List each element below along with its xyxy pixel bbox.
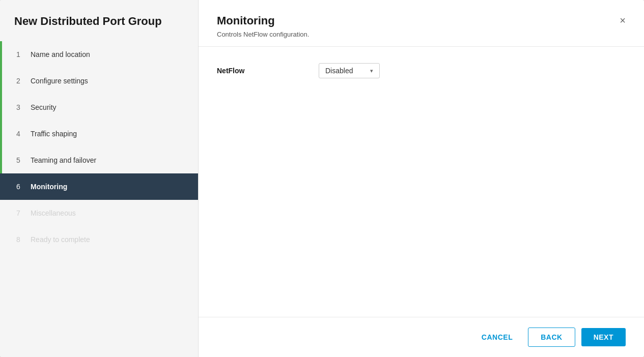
field-label-0: NetFlow xyxy=(217,67,319,75)
content-body: NetFlowDisabled▾ xyxy=(199,47,644,317)
step-label-5: Teaming and failover xyxy=(31,156,96,164)
back-button[interactable]: BACK xyxy=(528,328,575,347)
step-label-2: Configure settings xyxy=(31,77,88,85)
field-control-0: Disabled▾ xyxy=(319,63,380,78)
step-label-1: Name and location xyxy=(31,50,90,58)
panel-subtitle: Controls NetFlow configuration. xyxy=(217,31,309,38)
footer: CANCEL BACK NEXT xyxy=(199,317,644,357)
close-button[interactable]: × xyxy=(620,15,626,25)
step-number-2: 2 xyxy=(16,77,24,85)
sidebar-step-7: 7Miscellaneous xyxy=(0,200,198,226)
step-number-5: 5 xyxy=(16,156,24,164)
step-number-4: 4 xyxy=(16,130,24,138)
step-label-7: Miscellaneous xyxy=(31,209,76,217)
step-number-3: 3 xyxy=(16,103,24,111)
step-number-8: 8 xyxy=(16,235,24,244)
next-button[interactable]: NEXT xyxy=(581,328,626,346)
step-label-6: Monitoring xyxy=(31,183,67,191)
step-list: 1Name and location2Configure settings3Se… xyxy=(0,41,198,357)
dialog-title: New Distributed Port Group xyxy=(0,0,198,41)
panel-title: Monitoring xyxy=(217,14,309,27)
step-label-3: Security xyxy=(31,103,57,111)
sidebar-step-2[interactable]: 2Configure settings xyxy=(0,68,198,94)
title-area: Monitoring Controls NetFlow configuratio… xyxy=(217,14,309,38)
netflow-select[interactable]: Disabled▾ xyxy=(319,63,380,78)
sidebar-step-1[interactable]: 1Name and location xyxy=(0,41,198,68)
step-number-6: 6 xyxy=(16,183,24,191)
sidebar-step-4[interactable]: 4Traffic shaping xyxy=(0,121,198,147)
step-number-1: 1 xyxy=(16,50,24,58)
step-label-8: Ready to complete xyxy=(31,235,90,244)
step-number-7: 7 xyxy=(16,209,24,217)
step-label-4: Traffic shaping xyxy=(31,130,77,138)
sidebar-step-3[interactable]: 3Security xyxy=(0,94,198,121)
content-header: Monitoring Controls NetFlow configuratio… xyxy=(199,0,644,47)
main-panel: Monitoring Controls NetFlow configuratio… xyxy=(199,0,644,357)
new-distributed-port-group-dialog: New Distributed Port Group 1Name and loc… xyxy=(0,0,644,357)
sidebar-step-5[interactable]: 5Teaming and failover xyxy=(0,147,198,173)
netflow-value: Disabled xyxy=(325,67,353,75)
cancel-button[interactable]: CANCEL xyxy=(472,328,522,346)
sidebar-step-8: 8Ready to complete xyxy=(0,226,198,253)
chevron-down-icon: ▾ xyxy=(370,68,373,74)
sidebar: New Distributed Port Group 1Name and loc… xyxy=(0,0,199,357)
field-row-0: NetFlowDisabled▾ xyxy=(217,63,626,78)
sidebar-step-6[interactable]: 6Monitoring xyxy=(0,173,198,200)
